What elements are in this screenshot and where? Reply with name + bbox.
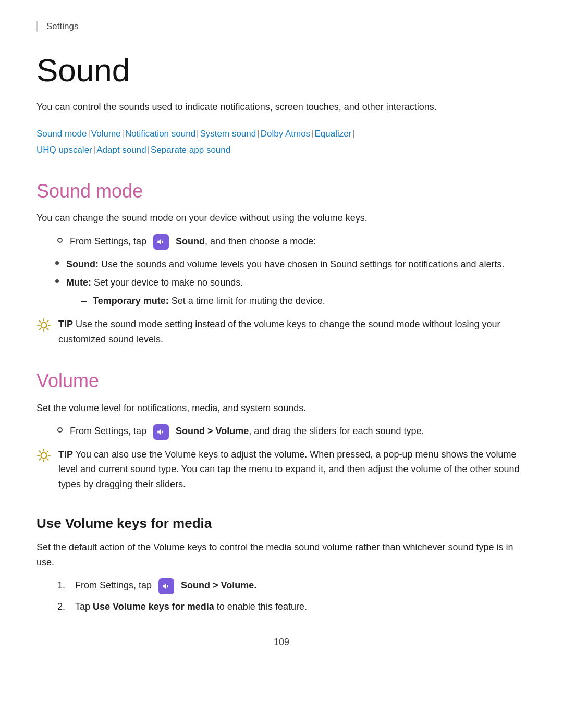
sound-mode-tip-text: TIP Use the sound mode setting instead o… — [58, 317, 527, 347]
volume-tip: TIP You can also use the Volume keys to … — [36, 447, 527, 492]
volume-section: Volume Set the volume level for notifica… — [36, 369, 527, 492]
step-text: From Settings, tap Sound, and then choos… — [70, 234, 316, 250]
toc-link-adapt-sound[interactable]: Adapt sound — [96, 145, 146, 155]
page-title: Sound — [36, 53, 527, 88]
toc-link-equalizer[interactable]: Equalizer — [315, 129, 352, 139]
sound-bullet-mute: Mute: Set your device to make no sounds.… — [55, 275, 527, 312]
page-container: Settings Sound You can control the sound… — [0, 0, 563, 728]
use-volume-heading: Use Volume keys for media — [36, 515, 527, 533]
sound-mode-heading: Sound mode — [36, 180, 527, 202]
volume-description: Set the volume level for notifications, … — [36, 401, 527, 416]
use-volume-sound-icon-1 — [158, 578, 174, 594]
sound-icon — [153, 234, 169, 250]
volume-bullet-circle-icon — [57, 427, 63, 433]
toc-link-volume[interactable]: Volume — [91, 129, 121, 139]
breadcrumb: Settings — [36, 21, 527, 32]
volume-sound-icon — [153, 424, 169, 440]
volume-steps: From Settings, tap Sound > Volume, and d… — [57, 424, 527, 439]
sound-mode-sub-bullets: Sound: Use the sounds and volume levels … — [55, 257, 527, 311]
toc-links: Sound mode|Volume|Notification sound|Sys… — [36, 126, 527, 158]
volume-step-text: From Settings, tap Sound > Volume, and d… — [70, 424, 424, 439]
toc-link-uhq-upscaler[interactable]: UHQ upscaler — [36, 145, 92, 155]
svg-line-17 — [40, 459, 41, 460]
sound-mode-description: You can change the sound mode on your de… — [36, 211, 527, 226]
svg-line-8 — [40, 328, 41, 329]
volume-tip-text: TIP You can also use the Volume keys to … — [58, 447, 527, 492]
toc-link-dolby-atmos[interactable]: Dolby Atmos — [261, 129, 310, 139]
bullet-dot-mute-icon — [55, 279, 59, 283]
page-number: 109 — [36, 637, 527, 648]
use-volume-section: Use Volume keys for media Set the defaul… — [36, 515, 527, 614]
svg-line-15 — [47, 459, 48, 460]
svg-line-5 — [40, 320, 41, 322]
use-volume-description: Set the default action of the Volume key… — [36, 540, 527, 570]
sun-tip-icon — [36, 318, 51, 335]
volume-heading: Volume — [36, 369, 527, 392]
toc-link-separate-app-sound[interactable]: Separate app sound — [151, 145, 230, 155]
use-volume-sound-icon-wrap-1 — [156, 578, 177, 594]
toc-link-notification-sound[interactable]: Notification sound — [125, 129, 195, 139]
sound-mode-tip: TIP Use the sound mode setting instead o… — [36, 317, 527, 347]
svg-line-16 — [47, 451, 48, 452]
use-volume-step-1: 1. From Settings, tap Sound > Volume. — [57, 578, 527, 594]
svg-point-9 — [41, 452, 47, 458]
svg-line-14 — [40, 451, 41, 452]
volume-sun-tip-icon — [36, 448, 51, 465]
temporary-mute-item: – Temporary mute: Set a time limit for m… — [81, 293, 325, 309]
mute-sub-list: – Temporary mute: Set a time limit for m… — [81, 293, 325, 312]
volume-step: From Settings, tap Sound > Volume, and d… — [57, 424, 527, 439]
volume-sound-icon-wrap — [151, 424, 172, 440]
intro-text: You can control the sounds used to indic… — [36, 100, 527, 115]
bullet-dot-icon — [55, 261, 59, 265]
sound-bullet-sound: Sound: Use the sounds and volume levels … — [55, 257, 527, 272]
use-volume-step-2: 2. Tap Use Volume keys for media to enab… — [57, 599, 527, 614]
toc-link-system-sound[interactable]: System sound — [200, 129, 256, 139]
bullet-circle-icon — [57, 238, 63, 243]
sound-mode-section: Sound mode You can change the sound mode… — [36, 180, 527, 347]
toc-link-sound-mode[interactable]: Sound mode — [36, 129, 87, 139]
sound-mode-step: From Settings, tap Sound, and then choos… — [57, 234, 527, 250]
sound-mode-steps: From Settings, tap Sound, and then choos… — [57, 234, 527, 250]
svg-point-0 — [41, 322, 47, 328]
use-volume-steps: 1. From Settings, tap Sound > Volume. 2. — [57, 578, 527, 614]
svg-line-7 — [47, 320, 48, 322]
sound-icon-wrap — [151, 234, 172, 250]
svg-line-6 — [47, 328, 48, 329]
